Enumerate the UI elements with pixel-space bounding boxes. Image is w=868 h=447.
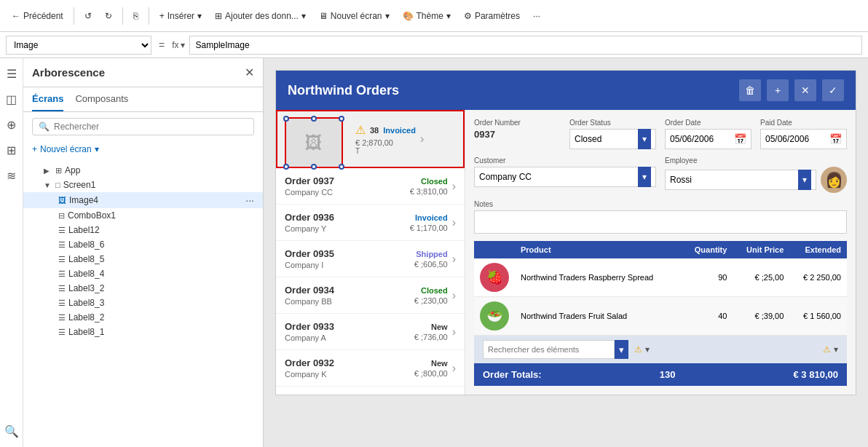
order-0936-arrow[interactable]: › (452, 216, 456, 229)
element-selector[interactable]: Image (6, 36, 151, 55)
order-item-0937[interactable]: Order 0937 Company CC Closed € 3;810,00 … (276, 168, 465, 205)
delete-button[interactable]: 🗑 (739, 79, 761, 101)
tree-item-label12[interactable]: ☰ Label12 (23, 223, 263, 237)
handle-tr[interactable] (339, 116, 344, 122)
expand-icon-screen1[interactable]: ▼ (44, 181, 52, 189)
employee-dropdown[interactable]: ▾ (798, 170, 811, 190)
app-content: 🖼 ⚠ 38 Invoiced € 2;870,00 T › (276, 110, 856, 395)
plus-icon: + (159, 11, 165, 21)
order-0937-amount: € 3;810,00 (410, 187, 448, 196)
customer-value: Company CC (479, 172, 635, 182)
calendar-icon-2[interactable]: 📅 (829, 133, 842, 145)
tab-screens[interactable]: Écrans (32, 87, 63, 111)
order-item-0936[interactable]: Order 0936 Company Y Invoiced € 1;170,00… (276, 205, 465, 241)
tree-item-screen1[interactable]: ▼ □ Screen1 (23, 178, 263, 192)
products-table: Product Quantity Unit Price Extended 🍓 (474, 241, 847, 336)
layers-icon[interactable]: ◫ (3, 90, 20, 109)
theme-label: Thème (417, 11, 443, 21)
close-button[interactable]: ✕ (794, 79, 816, 101)
insert-button[interactable]: + Insérer ▾ (154, 8, 208, 24)
handle-tl[interactable] (283, 116, 289, 122)
order-first-arrow[interactable]: › (420, 132, 424, 146)
data-icon[interactable]: ⊞ (4, 141, 19, 160)
copy-button[interactable]: ⎘ (127, 8, 144, 24)
handle-tm[interactable] (311, 116, 317, 122)
tree-item-label8-2-label: Label8_2 (68, 312, 254, 323)
order-0934-company: Company BB (285, 297, 414, 306)
tree-item-label3-2[interactable]: ☰ Label3_2 (23, 281, 263, 296)
bottom-search-dropdown[interactable]: ▾ (615, 340, 628, 359)
order-item-0934[interactable]: Order 0934 Company BB Closed € ;230,00 › (276, 277, 465, 314)
order-0933-arrow[interactable]: › (452, 325, 456, 339)
formula-input[interactable] (189, 36, 862, 55)
order-0937-arrow[interactable]: › (452, 180, 456, 193)
product-row-2[interactable]: 🥗 Northwind Traders Fruit Salad 40 € ;39… (474, 297, 847, 336)
order-0936-right: Invoiced € 1;170,00 (410, 213, 448, 232)
notes-input[interactable] (474, 210, 847, 234)
order-item-0932[interactable]: Order 0932 Company K New € ;800,00 › (276, 350, 465, 387)
screen-icon-tree: □ (55, 181, 60, 189)
paid-date-input[interactable]: 05/06/2006 📅 (760, 129, 847, 149)
employee-input[interactable]: Rossi ▾ (665, 170, 816, 190)
search-panel-icon[interactable]: 🔍 (1, 422, 22, 441)
theme-button[interactable]: 🎨 Thème ▾ (397, 8, 457, 24)
order-number-label: Order Number (474, 119, 561, 127)
sidebar-close-button[interactable]: ✕ (245, 66, 254, 79)
tab-components[interactable]: Composants (75, 87, 128, 111)
order-0932-right: New € ;800,00 (414, 359, 448, 378)
tree-item-image4[interactable]: 🖼 Image4 ··· (23, 192, 263, 208)
settings-button[interactable]: ⚙ Paramètres (458, 8, 526, 24)
chevron-down-icon-4: ▾ (446, 11, 451, 21)
tree-item-app[interactable]: ▶ ⊞ App (23, 163, 263, 178)
tree-item-label8-5[interactable]: ☰ Label8_5 (23, 252, 263, 266)
expand-icon-app[interactable]: ▶ (44, 167, 52, 175)
image-placeholder-icon: 🖼 (305, 132, 323, 153)
order-status-label: Order Status (569, 119, 656, 127)
fx-icon: fx (172, 40, 178, 50)
product-1-name: Northwind Traders Raspberry Spread (515, 258, 682, 297)
back-button[interactable]: ← Précédent (6, 8, 69, 24)
calendar-icon-1[interactable]: 📅 (734, 133, 746, 145)
customer-dropdown[interactable]: ▾ (638, 167, 651, 187)
order-first-content: ⚠ 38 Invoiced € 2;870,00 T (355, 123, 416, 155)
order-0932-arrow[interactable]: › (452, 362, 456, 375)
redo-button[interactable]: ↻ (99, 8, 118, 24)
order-0935-arrow[interactable]: › (452, 253, 456, 266)
product-1-img-cell: 🍓 (474, 258, 515, 297)
order-item-first[interactable]: 🖼 ⚠ 38 Invoiced € 2;870,00 T › (276, 110, 465, 168)
separator-1 (74, 7, 74, 25)
settings-icon: ⚙ (464, 11, 472, 21)
insert-panel-icon[interactable]: ⊕ (4, 115, 19, 135)
confirm-button[interactable]: ✓ (822, 79, 844, 101)
product-row-1[interactable]: 🍓 Northwind Traders Raspberry Spread 90 … (474, 258, 847, 297)
bottom-search-input[interactable] (483, 340, 615, 359)
fx-button[interactable]: fx ▾ (172, 40, 184, 50)
order-status-dropdown[interactable]: ▾ (638, 129, 651, 149)
customer-input[interactable]: Company CC ▾ (474, 167, 656, 187)
add-button[interactable]: + (767, 79, 789, 101)
col-quantity: Quantity (682, 241, 733, 258)
order-date-input[interactable]: 05/06/2006 📅 (665, 129, 751, 149)
hamburger-icon[interactable]: ☰ (4, 64, 20, 84)
tree-item-label8-1[interactable]: ☰ Label8_1 (23, 325, 263, 339)
new-screen-button[interactable]: 🖥 Nouvel écran ▾ (313, 8, 395, 24)
order-0934-arrow[interactable]: › (452, 289, 456, 302)
search-input[interactable] (54, 122, 248, 132)
variables-icon[interactable]: ≋ (4, 166, 19, 186)
tree-item-label8-6-label: Label8_6 (68, 240, 254, 250)
item-more-button[interactable]: ··· (245, 194, 254, 206)
order-status-input[interactable]: Closed ▾ (569, 129, 656, 149)
tree-item-label8-4[interactable]: ☰ Label8_4 (23, 266, 263, 281)
tree-item-combobox1[interactable]: ⊟ ComboBox1 (23, 208, 263, 223)
more-button[interactable]: ··· (527, 8, 546, 24)
tree-item-label8-2[interactable]: ☰ Label8_2 (23, 310, 263, 325)
undo-button[interactable]: ↺ (79, 8, 98, 24)
formula-bar: Image = fx ▾ (0, 32, 868, 58)
tree-item-label8-6[interactable]: ☰ Label8_6 (23, 237, 263, 252)
label-icon-8-4: ☰ (58, 269, 66, 279)
add-data-button[interactable]: ⊞ Ajouter des donn... ▾ (209, 8, 312, 24)
order-item-0935[interactable]: Order 0935 Company I Shipped € ;606,50 › (276, 241, 465, 277)
tree-item-label8-3[interactable]: ☰ Label8_3 (23, 296, 263, 310)
order-item-0933[interactable]: Order 0933 Company A New € ;736,00 › (276, 314, 465, 350)
new-screen-sidebar-button[interactable]: + Nouvel écran ▾ (23, 141, 263, 160)
